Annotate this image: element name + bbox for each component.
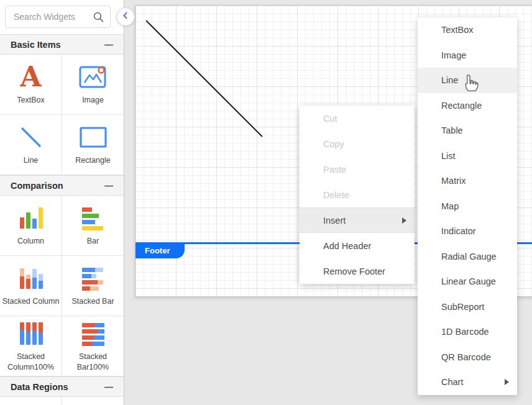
bar-chart-icon (80, 204, 106, 232)
menu-item-copy: Copy (300, 131, 415, 157)
menu-item-label: TextBox (441, 25, 474, 35)
line-icon (18, 124, 44, 151)
widget-cell (62, 397, 124, 405)
menu-item-label: Delete (323, 190, 349, 200)
widget-label: Column (2, 236, 60, 247)
menu-item-delete: Delete (300, 182, 415, 207)
menu-item-label: Table (441, 125, 463, 135)
menu-item-label: Map (441, 201, 459, 211)
menu-item-label: Copy (323, 139, 344, 149)
menu-item-label: SubReport (441, 302, 484, 312)
widget-line[interactable]: Line (0, 115, 62, 175)
submenu-arrow-icon (402, 217, 406, 224)
collapse-section-icon[interactable]: — (104, 40, 113, 49)
menu-item-label: Rectangle (441, 101, 482, 111)
widget-stacked-column100[interactable]: Stacked Column100% (0, 316, 62, 376)
image-icon (79, 63, 108, 91)
section-header-basic-items[interactable]: Basic Items — (0, 34, 124, 55)
context-menu: Cut Copy Paste Delete Insert Add Header … (300, 106, 415, 284)
widget-sidebar: Basic Items — A TextBox Image (0, 0, 124, 405)
widget-label: TextBox (2, 95, 60, 106)
stacked-column-icon (18, 265, 44, 292)
widget-stacked-column[interactable]: Stacked Column (0, 256, 62, 316)
submenu-item-subreport[interactable]: SubReport (418, 294, 517, 320)
submenu-item-line[interactable]: Line (418, 68, 517, 93)
submenu-item-chart[interactable]: Chart (418, 370, 517, 395)
submenu-item-rectangle[interactable]: Rectangle (418, 93, 517, 119)
widget-row: Stacked Column Stacked Bar (0, 256, 124, 316)
menu-item-label: Matrix (441, 176, 466, 186)
submenu-item-radial-gauge[interactable]: Radial Gauge (418, 244, 517, 270)
collapse-section-icon[interactable]: — (104, 181, 113, 190)
widget-stacked-bar[interactable]: Stacked Bar (62, 256, 124, 316)
submenu-item-table[interactable]: Table (418, 118, 517, 143)
stacked-column100-icon (18, 320, 44, 347)
widget-row: A TextBox Image (0, 55, 124, 115)
menu-item-label: List (441, 151, 456, 161)
search-box (5, 6, 111, 28)
menu-item-label: 1D Barcode (441, 327, 489, 337)
menu-item-label: Remove Footer (323, 266, 385, 276)
widget-label: Stacked Bar100% (65, 352, 122, 373)
submenu-item-textbox[interactable]: TextBox (418, 17, 517, 43)
widget-label: Stacked Column (2, 296, 60, 307)
textbox-icon: A (20, 63, 41, 91)
widget-image[interactable]: Image (62, 55, 124, 114)
widget-row: Column Bar (0, 196, 124, 256)
menu-item-label: Cut (323, 114, 337, 124)
menu-item-label: Paste (323, 165, 346, 175)
widget-label: Stacked Bar (65, 296, 122, 307)
menu-item-label: Radial Gauge (441, 252, 497, 262)
widget-textbox[interactable]: A TextBox (0, 55, 62, 114)
menu-item-label: QR Barcode (441, 352, 491, 362)
menu-item-label: Image (441, 50, 466, 60)
section-header-data-regions[interactable]: Data Regions — (0, 376, 124, 397)
submenu-item-image[interactable]: Image (418, 43, 517, 68)
widget-label: Stacked Column100% (2, 352, 60, 373)
section-label: Comparison (11, 181, 63, 191)
widget-bar-chart[interactable]: Bar (62, 196, 124, 255)
menu-item-paste: Paste (300, 157, 415, 182)
widget-row: Stacked Column100% Stacked Bar100% (0, 316, 124, 376)
submenu-item-matrix[interactable]: Matrix (418, 168, 517, 194)
submenu-item-indicator[interactable]: Indicator (418, 219, 517, 244)
widget-label: Rectangle (65, 155, 122, 166)
widget-stacked-bar100[interactable]: Stacked Bar100% (62, 316, 124, 376)
widget-label: Line (2, 155, 60, 166)
menu-item-insert[interactable]: Insert (300, 207, 415, 233)
menu-item-add-header[interactable]: Add Header (300, 233, 415, 258)
widget-cell (0, 397, 62, 405)
rectangle-icon (79, 124, 108, 151)
footer-band-tab[interactable]: Footer (135, 242, 185, 258)
menu-item-label: Linear Gauge (441, 276, 496, 286)
stacked-bar-icon (80, 265, 106, 292)
widget-rectangle[interactable]: Rectangle (62, 115, 124, 175)
widget-column-chart[interactable]: Column (0, 196, 62, 255)
sidebar-collapse-button[interactable] (116, 7, 135, 26)
submenu-item-linear-gauge[interactable]: Linear Gauge (418, 269, 517, 294)
stacked-bar100-icon (80, 320, 106, 347)
column-chart-icon (18, 204, 44, 232)
submenu-item-1d-barcode[interactable]: 1D Barcode (418, 319, 517, 345)
submenu-item-qr-barcode[interactable]: QR Barcode (418, 345, 517, 370)
footer-band-label: Footer (145, 246, 170, 255)
menu-item-label: Chart (441, 377, 463, 387)
menu-item-label: Insert (323, 216, 346, 225)
section-label: Basic Items (11, 40, 61, 50)
widget-label: Image (65, 95, 122, 106)
submenu-item-map[interactable]: Map (418, 194, 517, 219)
menu-item-label: Line (441, 75, 458, 85)
menu-item-remove-footer[interactable]: Remove Footer (300, 258, 415, 284)
menu-item-label: Add Header (323, 241, 371, 251)
submenu-item-list[interactable]: List (418, 143, 517, 169)
widget-row: Line Rectangle (0, 115, 124, 175)
menu-item-label: Indicator (441, 226, 476, 236)
widget-row-partial (0, 397, 124, 405)
section-header-comparison[interactable]: Comparison — (0, 175, 124, 196)
search-icon[interactable] (93, 11, 104, 25)
chevron-left-icon (121, 11, 130, 22)
widget-label: Bar (65, 236, 122, 247)
section-label: Data Regions (11, 382, 68, 392)
submenu-arrow-icon (505, 379, 509, 385)
collapse-section-icon[interactable]: — (104, 383, 113, 391)
